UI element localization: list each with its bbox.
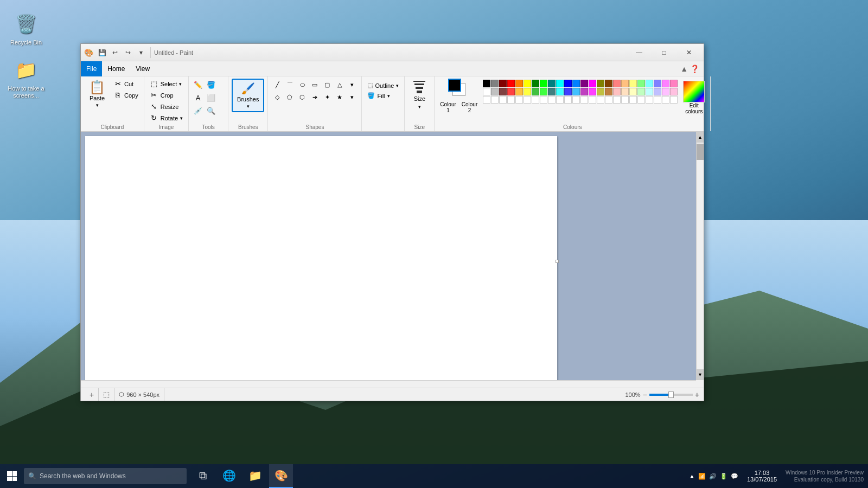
- color-swatch[interactable]: [646, 96, 653, 104]
- color-swatch[interactable]: [597, 96, 604, 104]
- color-swatch[interactable]: [507, 96, 515, 104]
- color-swatch[interactable]: [499, 88, 507, 95]
- color-swatch[interactable]: [532, 96, 539, 104]
- help-button[interactable]: ❓: [690, 65, 699, 73]
- color-swatch[interactable]: [564, 96, 572, 104]
- taskbar-clock[interactable]: 17:03 13/07/2015: [743, 470, 781, 483]
- color-swatch[interactable]: [524, 88, 531, 95]
- arrow-shape[interactable]: ➔: [309, 91, 321, 103]
- color-swatch[interactable]: [499, 96, 507, 104]
- color-swatch[interactable]: [491, 80, 499, 87]
- scrollbar-vertical[interactable]: ▲ ▼: [696, 132, 704, 380]
- color-swatch[interactable]: [524, 80, 531, 87]
- scrollbar-horizontal[interactable]: [81, 380, 696, 388]
- color-swatch[interactable]: [662, 96, 669, 104]
- color-swatch[interactable]: [556, 80, 564, 87]
- color-swatch[interactable]: [670, 80, 678, 87]
- fill-tool[interactable]: 🪣: [205, 79, 217, 91]
- color-swatch[interactable]: [646, 88, 653, 95]
- color-swatch[interactable]: [491, 96, 499, 104]
- triangle-shape[interactable]: △: [334, 79, 346, 91]
- start-button[interactable]: [0, 464, 24, 488]
- text-tool[interactable]: A: [192, 92, 204, 104]
- color-swatch[interactable]: [580, 80, 588, 87]
- maximize-button[interactable]: □: [652, 44, 676, 61]
- minimize-button[interactable]: —: [627, 44, 652, 61]
- color-swatch[interactable]: [621, 96, 629, 104]
- paste-button[interactable]: 📋 Paste ▾: [84, 79, 110, 110]
- save-button[interactable]: 💾: [96, 47, 108, 59]
- eraser-tool[interactable]: ⬜: [205, 92, 217, 104]
- color-swatch[interactable]: [646, 80, 653, 87]
- menu-home[interactable]: Home: [102, 61, 130, 76]
- color-swatch[interactable]: [654, 88, 661, 95]
- color-swatch[interactable]: [483, 96, 490, 104]
- zoom-out-button[interactable]: −: [643, 390, 647, 399]
- color-swatch[interactable]: [572, 96, 580, 104]
- recycle-bin-icon[interactable]: 🗑️ Recycle Bin: [4, 11, 48, 46]
- qa-dropdown-button[interactable]: ▾: [135, 47, 147, 59]
- pencil-tool[interactable]: ✏️: [192, 79, 204, 91]
- color-swatch[interactable]: [499, 80, 507, 87]
- color-swatch[interactable]: [540, 96, 547, 104]
- star5-shape[interactable]: ★: [334, 91, 346, 103]
- shapes-more[interactable]: ▾: [346, 79, 358, 91]
- color-swatch[interactable]: [637, 80, 645, 87]
- color-swatch[interactable]: [556, 88, 564, 95]
- edit-colors-button[interactable]: Editcolours: [685, 102, 703, 114]
- magnify-tool[interactable]: 🔍: [205, 105, 217, 117]
- color-swatch[interactable]: [654, 80, 661, 87]
- color1-swatch[interactable]: [448, 79, 461, 92]
- resize-button[interactable]: ⤡ Resize: [148, 101, 185, 112]
- color-swatch[interactable]: [589, 96, 596, 104]
- color-swatch[interactable]: [605, 96, 612, 104]
- color-swatch[interactable]: [605, 88, 612, 95]
- color-swatch[interactable]: [507, 80, 515, 87]
- rect-shape[interactable]: ▭: [309, 79, 321, 91]
- color-swatch[interactable]: [515, 80, 523, 87]
- zoom-thumb[interactable]: [668, 391, 674, 398]
- paint-taskbar-button[interactable]: 🎨: [269, 464, 293, 488]
- color-swatch[interactable]: [564, 80, 572, 87]
- taskbar-search[interactable]: 🔍 Search the web and Windows: [24, 468, 187, 484]
- color-swatch[interactable]: [572, 88, 580, 95]
- color-swatch[interactable]: [556, 96, 564, 104]
- tray-arrow[interactable]: ▲: [689, 473, 695, 479]
- hexagon-shape[interactable]: ⬡: [296, 91, 308, 103]
- fill-button[interactable]: 🪣 Fill ▾: [365, 91, 401, 100]
- rounded-rect-shape[interactable]: ▢: [321, 79, 333, 91]
- color-swatch[interactable]: [613, 80, 621, 87]
- edge-browser-button[interactable]: 🌐: [217, 464, 241, 488]
- redo-button[interactable]: ↪: [122, 47, 134, 59]
- color-swatch[interactable]: [662, 88, 669, 95]
- canvas-handle-mr[interactable]: [556, 260, 559, 263]
- color-swatch[interactable]: [621, 80, 629, 87]
- cut-button[interactable]: ✂ Cut: [111, 79, 141, 89]
- pentagon-shape[interactable]: ⬠: [284, 91, 296, 103]
- color-swatch[interactable]: [637, 96, 645, 104]
- close-button[interactable]: ✕: [676, 44, 701, 61]
- color-swatch[interactable]: [589, 88, 596, 95]
- zoom-slider[interactable]: [649, 394, 693, 396]
- color-swatch[interactable]: [629, 88, 637, 95]
- color-swatch[interactable]: [597, 88, 604, 95]
- copy-button[interactable]: ⎘ Copy: [111, 90, 141, 100]
- select-button[interactable]: ⬚ Select ▾: [148, 79, 185, 89]
- color-swatch[interactable]: [589, 80, 596, 87]
- folder-icon[interactable]: 📁 How to take a screens...: [4, 57, 48, 99]
- more-shapes[interactable]: ▾: [346, 91, 358, 103]
- color-swatch[interactable]: [524, 96, 531, 104]
- color-swatch[interactable]: [540, 80, 547, 87]
- color-swatch[interactable]: [532, 80, 539, 87]
- color-swatch[interactable]: [597, 80, 604, 87]
- color-swatch[interactable]: [515, 96, 523, 104]
- rotate-button[interactable]: ↻ Rotate ▾: [148, 113, 185, 123]
- color-swatch[interactable]: [515, 88, 523, 95]
- color-swatch[interactable]: [670, 88, 678, 95]
- color-swatch[interactable]: [564, 88, 572, 95]
- color-swatch[interactable]: [483, 88, 490, 95]
- color-swatch[interactable]: [507, 88, 515, 95]
- oval-shape[interactable]: ⬭: [296, 79, 308, 91]
- color-swatch[interactable]: [548, 96, 556, 104]
- color-swatch[interactable]: [670, 96, 678, 104]
